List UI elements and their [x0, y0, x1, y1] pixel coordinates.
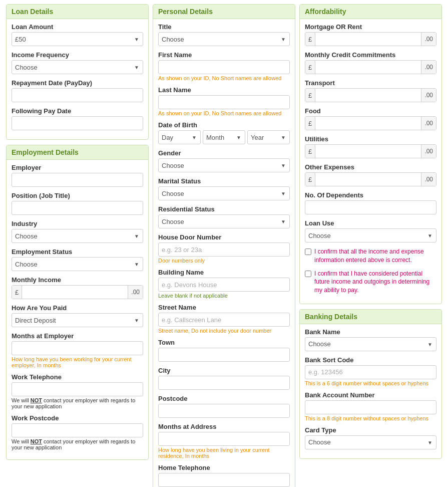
card-type-select-wrap: Choose — [305, 435, 436, 449]
utilities-input[interactable] — [315, 145, 421, 158]
account-input[interactable] — [305, 400, 436, 414]
loan-amount-select-wrap: £50 — [12, 32, 143, 46]
confirm2-checkbox[interactable] — [305, 271, 311, 277]
town-input[interactable] — [158, 348, 290, 362]
work-tel-not: NOT — [31, 397, 42, 403]
food-input[interactable] — [315, 117, 421, 130]
transport-currency-wrap: £ .00 — [305, 88, 436, 102]
following-input[interactable] — [12, 116, 143, 130]
title-select[interactable]: Choose — [158, 32, 290, 46]
currency-symbol-utilities: £ — [305, 145, 315, 158]
emp-status-select[interactable]: Choose — [12, 257, 143, 271]
decimal-mortgage: .00 — [421, 33, 436, 46]
work-post-hint: We will NOT contact your employer with r… — [12, 438, 143, 450]
currency-symbol-food: £ — [305, 117, 315, 130]
street-label: Street Name — [158, 304, 290, 311]
loan-use-select[interactable]: Choose — [305, 228, 436, 242]
months-employer-hint: How long have you been working for your … — [12, 356, 143, 368]
employer-input[interactable] — [12, 173, 143, 187]
other-input[interactable] — [315, 173, 421, 186]
income-freq-select[interactable]: Choose — [12, 60, 143, 74]
dob-day-select[interactable]: Day — [158, 130, 201, 144]
house-label: House Door Number — [158, 233, 290, 241]
decimal-income: .00 — [128, 286, 143, 299]
transport-label: Transport — [305, 79, 436, 87]
months-addr-input[interactable]: 68 — [158, 432, 290, 446]
repayment-label: Repayment Date (PayDay) — [12, 79, 143, 87]
dob-month-wrap: Month — [203, 130, 245, 144]
residential-label: Residential Status — [158, 205, 290, 213]
position-input[interactable] — [12, 201, 143, 215]
first-name-label: First Name — [158, 51, 290, 59]
emp-status-select-wrap: Choose — [12, 257, 143, 271]
home-tel-input[interactable] — [158, 473, 290, 487]
gender-select[interactable]: Choose — [158, 158, 290, 172]
gender-label: Gender — [158, 149, 290, 157]
confirm1-checkbox[interactable] — [305, 249, 311, 255]
loan-amount-select[interactable]: £50 — [12, 32, 143, 46]
marital-select[interactable]: Choose — [158, 186, 290, 200]
loan-amount-label: Loan Amount — [12, 23, 143, 31]
marital-select-wrap: Choose — [158, 186, 290, 200]
dob-year-select[interactable]: Year — [247, 130, 290, 144]
dependents-label: No. Of Dependents — [305, 191, 436, 199]
home-tel-label: Home Telephone — [158, 464, 290, 471]
how-paid-select[interactable]: Direct Deposit — [12, 313, 143, 327]
credit-input[interactable] — [315, 61, 421, 74]
dob-row: Day Month Year — [158, 130, 290, 144]
monthly-income-input[interactable] — [22, 286, 128, 299]
decimal-food: .00 — [421, 117, 436, 130]
food-currency-wrap: £ .00 — [305, 116, 436, 130]
decimal-credit: .00 — [421, 61, 436, 74]
first-name-input[interactable] — [158, 60, 290, 74]
other-currency-wrap: £ .00 — [305, 172, 436, 186]
street-input[interactable] — [158, 313, 290, 327]
repayment-input[interactable] — [12, 88, 143, 102]
mortgage-input[interactable] — [315, 33, 421, 46]
work-tel-hint: We will NOT contact your employer with r… — [12, 397, 143, 409]
card-type-select[interactable]: Choose — [305, 435, 436, 449]
house-input[interactable] — [158, 242, 290, 257]
utilities-label: Utilities — [305, 135, 436, 143]
loan-use-select-wrap: Choose — [305, 228, 436, 242]
work-post-input[interactable] — [12, 423, 143, 437]
affordability-title: Affordability — [300, 5, 441, 19]
city-input[interactable] — [158, 376, 290, 390]
last-name-input[interactable] — [158, 95, 290, 109]
dob-day-wrap: Day — [158, 130, 201, 144]
postcode-input[interactable] — [158, 404, 290, 418]
city-label: City — [158, 367, 290, 374]
industry-select-wrap: Choose — [12, 229, 143, 243]
postcode-label: Postcode — [158, 395, 290, 402]
banking-title: Banking Details — [300, 310, 441, 324]
bank-name-select[interactable]: Choose — [305, 337, 436, 351]
dependents-input[interactable] — [305, 200, 436, 214]
building-label: Building Name — [158, 269, 290, 276]
work-tel-label: Work Telephone — [12, 373, 143, 381]
industry-select[interactable]: Choose — [12, 229, 143, 243]
work-post-label: Work Postcode — [12, 414, 143, 422]
confirm1-label: I confirm that all the income and expens… — [314, 248, 436, 265]
account-label: Bank Account Number — [305, 391, 436, 399]
building-input[interactable] — [158, 278, 290, 292]
income-freq-label: Income Frequency — [12, 51, 143, 59]
work-tel-input[interactable] — [12, 382, 143, 396]
months-addr-hint: How long have you been living in your cu… — [158, 447, 290, 459]
residential-select[interactable]: Choose — [158, 214, 290, 228]
monthly-income-label: Monthly Income — [12, 276, 143, 284]
months-employer-label: Months at Employer — [12, 332, 143, 340]
sort-code-input[interactable] — [305, 365, 436, 379]
months-employer-input[interactable]: 24 — [12, 341, 143, 355]
credit-label: Monthly Credit Commitments — [305, 51, 436, 59]
personal-title: Personal Details — [153, 5, 295, 19]
transport-input[interactable] — [315, 89, 421, 102]
confirm2-label: I confirm that I have considered potenti… — [314, 270, 436, 295]
following-label: Following Pay Date — [12, 107, 143, 115]
monthly-income-currency-wrap: £ .00 — [12, 285, 143, 299]
building-hint: Leave blank if not applicable — [158, 293, 290, 299]
work-post-not: NOT — [31, 438, 42, 444]
mortgage-currency-wrap: £ .00 — [305, 32, 436, 46]
last-name-hint: As shown on your ID, No Short names are … — [158, 110, 290, 116]
dob-month-select[interactable]: Month — [203, 130, 245, 144]
title-field-label: Title — [158, 23, 290, 31]
